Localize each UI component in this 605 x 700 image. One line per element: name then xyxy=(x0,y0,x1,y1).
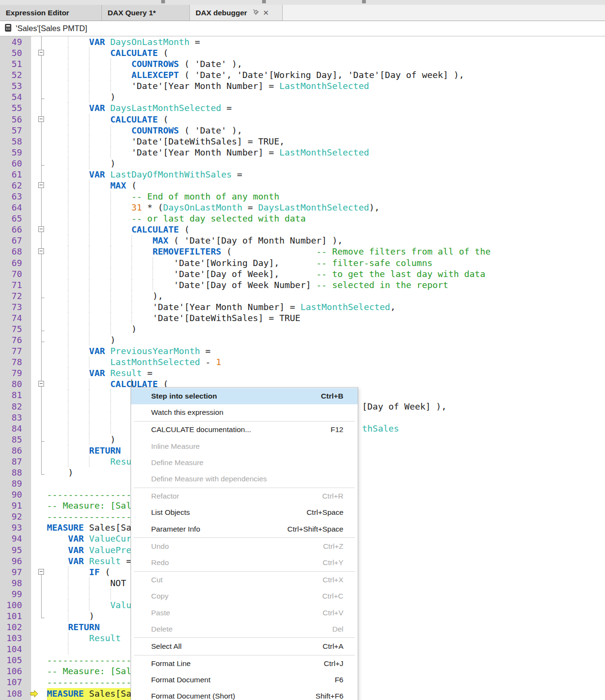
menu-item-paste[interactable]: PasteCtrl+V xyxy=(131,604,358,621)
indent-guide xyxy=(68,567,68,578)
code-line[interactable]: 56CALCULATE ( xyxy=(0,114,605,125)
code-line[interactable]: 57COUNTROWS ( 'Date' ), xyxy=(0,125,605,136)
tab-expression-editor[interactable]: Expression Editor xyxy=(0,5,102,21)
menu-item-select-all[interactable]: Select AllCtrl+A xyxy=(131,638,358,655)
fold-line xyxy=(41,202,42,213)
code-line[interactable]: 71'Date'[Day of Week Number] -- selected… xyxy=(0,279,605,290)
fold-collapse-box[interactable] xyxy=(38,116,44,122)
fold-collapse-box[interactable] xyxy=(38,226,44,232)
menu-item-define-measure[interactable]: Define Measure xyxy=(131,455,358,471)
indent-guide xyxy=(89,136,89,147)
menu-item-redo[interactable]: RedoCtrl+Y xyxy=(131,555,358,571)
code-line[interactable]: 73'Date'[Year Month Number] = LastMonthS… xyxy=(0,301,605,312)
toolbar-icon-fragment xyxy=(362,0,366,3)
menu-item-format-line[interactable]: Format LineCtrl+J xyxy=(131,656,358,672)
fold-line xyxy=(41,91,42,102)
close-icon[interactable]: ✕ xyxy=(263,9,269,17)
menu-item-parameter-info[interactable]: Parameter InfoCtrl+Shift+Space xyxy=(131,521,358,537)
code-line[interactable]: 63-- End of month of any month xyxy=(0,191,605,202)
menu-item-cut[interactable]: CutCtrl+X xyxy=(131,572,358,588)
code-line[interactable]: 74'Date'[DateWithSales] = TRUE xyxy=(0,312,605,323)
fold-collapse-box[interactable] xyxy=(38,381,44,387)
code-line[interactable]: 61VAR LastDayOfMonthWithSales = xyxy=(0,169,605,180)
code-line[interactable]: 6431 * (DaysOnLastMonth = DaysLastMonthS… xyxy=(0,202,605,213)
code-line[interactable]: 75) xyxy=(0,323,605,334)
menu-item-watch-this-expression[interactable]: Watch this expression xyxy=(131,404,358,421)
menu-item-label: Format Line xyxy=(151,659,191,668)
menu-item-inline-measure[interactable]: Inline Measure xyxy=(131,438,358,455)
indent-guide xyxy=(89,434,89,445)
fold-line xyxy=(41,268,42,279)
code-line[interactable]: 53'Date'[Year Month Number] = LastMonthS… xyxy=(0,80,605,91)
fold-line xyxy=(41,578,42,589)
menu-item-refactor[interactable]: RefactorCtrl+R xyxy=(131,488,358,504)
indent-guide xyxy=(68,202,68,213)
line-number: 84 xyxy=(0,423,22,434)
code-text: 'Date'[Working Day], -- filter-safe colu… xyxy=(174,257,432,268)
menu-item-copy[interactable]: CopyCtrl+C xyxy=(131,588,358,604)
code-line[interactable]: 77VAR PreviousYearMonth = xyxy=(0,345,605,356)
indent-guide xyxy=(153,279,153,290)
pin-icon[interactable] xyxy=(252,8,259,17)
indent-guide xyxy=(68,158,68,169)
line-number: 80 xyxy=(0,378,22,389)
code-line[interactable]: 62MAX ( xyxy=(0,180,605,191)
fold-line xyxy=(41,158,42,169)
code-line[interactable]: 55VAR DaysLastMonthSelected = xyxy=(0,102,605,113)
menu-item-undo[interactable]: UndoCtrl+Z xyxy=(131,538,358,555)
code-line[interactable]: 58'Date'[DateWithSales] = TRUE, xyxy=(0,136,605,147)
code-line[interactable]: 65-- or last day selected with data xyxy=(0,213,605,224)
indent-guide xyxy=(132,257,132,268)
tab-dax-debugger[interactable]: DAX debugger✕ xyxy=(190,5,283,21)
code-line[interactable]: 70'Date'[Day of Week], -- to get the las… xyxy=(0,268,605,279)
menu-item-shortcut: F6 xyxy=(335,676,343,684)
fold-collapse-box[interactable] xyxy=(38,248,44,254)
code-text: VAR ValueCur xyxy=(68,533,132,544)
fold-line xyxy=(41,600,42,611)
tab-bar: Expression EditorDAX Query 1*DAX debugge… xyxy=(0,5,605,21)
code-line[interactable]: 60) xyxy=(0,158,605,169)
indent-guide xyxy=(132,246,132,257)
code-line[interactable]: 67MAX ( 'Date'[Day of Month Number] ), xyxy=(0,235,605,246)
code-line[interactable]: 69'Date'[Working Day], -- filter-safe co… xyxy=(0,257,605,268)
menu-item-format-document[interactable]: Format DocumentF6 xyxy=(131,672,358,688)
code-line[interactable]: 66CALCULATE ( xyxy=(0,224,605,235)
indent-guide xyxy=(89,246,89,257)
menu-item-format-document-short-[interactable]: Format Document (Short)Shift+F6 xyxy=(131,688,358,700)
indent-guide xyxy=(110,268,111,279)
menu-item-list-objects[interactable]: List ObjectsCtrl+Space xyxy=(131,504,358,521)
line-number: 69 xyxy=(0,257,22,268)
line-number: 50 xyxy=(0,47,22,58)
indent-guide xyxy=(68,401,68,412)
menu-item-delete[interactable]: DeleteDel xyxy=(131,621,358,637)
menu-item-define-measure-with-dependencies[interactable]: Define Measure with dependencies xyxy=(131,471,358,487)
code-line[interactable]: 52ALLEXCEPT ( 'Date', 'Date'[Working Day… xyxy=(0,69,605,80)
code-line[interactable]: 54) xyxy=(0,91,605,102)
code-line[interactable]: 76) xyxy=(0,334,605,345)
line-number: 105 xyxy=(0,655,22,666)
code-line[interactable]: 79VAR Result = xyxy=(0,367,605,378)
tab-dax-query-1-[interactable]: DAX Query 1* xyxy=(102,5,190,21)
fold-line xyxy=(41,69,42,80)
code-text: CALCULATE ( xyxy=(110,47,169,58)
line-number: 79 xyxy=(0,367,22,378)
fold-collapse-box[interactable] xyxy=(38,182,44,188)
menu-item-calculate-documentation-[interactable]: CALCULATE documentation...F12 xyxy=(131,422,358,438)
code-line[interactable]: 68REMOVEFILTERS ( -- Remove filters from… xyxy=(0,246,605,257)
code-line[interactable]: 49VAR DaysOnLastMonth = xyxy=(0,36,605,47)
fold-collapse-box[interactable] xyxy=(38,50,44,56)
indent-guide xyxy=(68,345,68,356)
code-line[interactable]: 51COUNTROWS ( 'Date' ), xyxy=(0,58,605,69)
code-line[interactable]: 59'Date'[Year Month Number] = LastMonthS… xyxy=(0,147,605,158)
indent-guide xyxy=(89,69,89,80)
indent-guide xyxy=(68,102,68,113)
menu-item-step-into-selection[interactable]: Step into selectionCtrl+B xyxy=(131,388,358,404)
line-number: 59 xyxy=(0,147,22,158)
tab-label: DAX Query 1* xyxy=(108,9,156,17)
menu-item-label: Refactor xyxy=(151,492,179,500)
code-line[interactable]: 78LastMonthSelected - 1 xyxy=(0,356,605,367)
line-number: 107 xyxy=(0,677,22,688)
code-line[interactable]: 50CALCULATE ( xyxy=(0,47,605,58)
fold-collapse-box[interactable] xyxy=(38,569,44,575)
code-line[interactable]: 72), xyxy=(0,290,605,301)
